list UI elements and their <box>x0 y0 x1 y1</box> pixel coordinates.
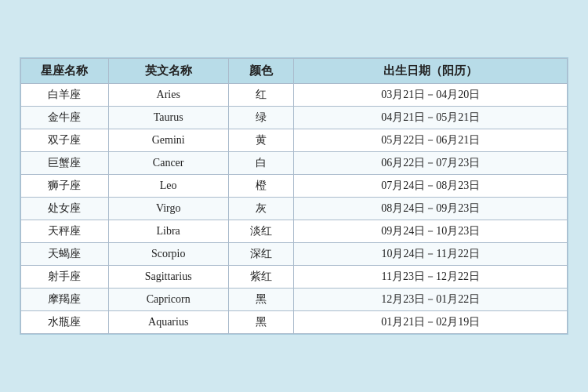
cell-en-name: Aries <box>108 84 228 107</box>
cell-date: 06月22日－07月23日 <box>294 152 568 175</box>
cell-cn-name: 天秤座 <box>21 220 109 243</box>
cell-date: 11月23日－12月22日 <box>294 266 568 289</box>
header-cn-name: 星座名称 <box>21 59 109 84</box>
cell-cn-name: 天蝎座 <box>21 243 109 266</box>
cell-date: 01月21日－02月19日 <box>294 311 568 334</box>
cell-date: 04月21日－05月21日 <box>294 107 568 129</box>
table-row: 巨蟹座Cancer白06月22日－07月23日 <box>21 152 568 175</box>
table-row: 水瓶座Aquarius黑01月21日－02月19日 <box>21 311 568 334</box>
cell-en-name: Leo <box>108 175 228 198</box>
table-row: 处女座Virgo灰08月24日－09月23日 <box>21 198 568 220</box>
zodiac-table-container: 星座名称 英文名称 颜色 出生日期（阳历） 白羊座Aries红03月21日－04… <box>20 57 568 335</box>
cell-cn-name: 狮子座 <box>21 175 109 198</box>
table-row: 天秤座Libra淡红09月24日－10月23日 <box>21 220 568 243</box>
cell-date: 08月24日－09月23日 <box>294 198 568 220</box>
cell-cn-name: 摩羯座 <box>21 289 109 311</box>
cell-cn-name: 双子座 <box>21 129 109 152</box>
table-row: 射手座Sagittarius紫红11月23日－12月22日 <box>21 266 568 289</box>
cell-cn-name: 巨蟹座 <box>21 152 109 175</box>
cell-en-name: Libra <box>108 220 228 243</box>
cell-color: 紫红 <box>228 266 294 289</box>
table-row: 狮子座Leo橙07月24日－08月23日 <box>21 175 568 198</box>
cell-date: 09月24日－10月23日 <box>294 220 568 243</box>
table-row: 金牛座Taurus绿04月21日－05月21日 <box>21 107 568 129</box>
cell-cn-name: 处女座 <box>21 198 109 220</box>
table-body: 白羊座Aries红03月21日－04月20日金牛座Taurus绿04月21日－0… <box>21 84 568 334</box>
cell-date: 10月24日－11月22日 <box>294 243 568 266</box>
cell-cn-name: 白羊座 <box>21 84 109 107</box>
cell-en-name: Sagittarius <box>108 266 228 289</box>
table-row: 天蝎座Scorpio深红10月24日－11月22日 <box>21 243 568 266</box>
cell-en-name: Cancer <box>108 152 228 175</box>
cell-color: 黑 <box>228 289 294 311</box>
cell-cn-name: 水瓶座 <box>21 311 109 334</box>
cell-color: 绿 <box>228 107 294 129</box>
cell-color: 橙 <box>228 175 294 198</box>
cell-cn-name: 金牛座 <box>21 107 109 129</box>
cell-en-name: Virgo <box>108 198 228 220</box>
cell-date: 05月22日－06月21日 <box>294 129 568 152</box>
header-color: 颜色 <box>228 59 294 84</box>
cell-en-name: Aquarius <box>108 311 228 334</box>
cell-color: 黑 <box>228 311 294 334</box>
cell-color: 白 <box>228 152 294 175</box>
cell-date: 07月24日－08月23日 <box>294 175 568 198</box>
cell-en-name: Capricorn <box>108 289 228 311</box>
cell-color: 黄 <box>228 129 294 152</box>
cell-color: 灰 <box>228 198 294 220</box>
cell-en-name: Gemini <box>108 129 228 152</box>
cell-en-name: Scorpio <box>108 243 228 266</box>
header-en-name: 英文名称 <box>108 59 228 84</box>
table-row: 白羊座Aries红03月21日－04月20日 <box>21 84 568 107</box>
cell-date: 12月23日－01月22日 <box>294 289 568 311</box>
table-header-row: 星座名称 英文名称 颜色 出生日期（阳历） <box>21 59 568 84</box>
cell-color: 红 <box>228 84 294 107</box>
zodiac-table: 星座名称 英文名称 颜色 出生日期（阳历） 白羊座Aries红03月21日－04… <box>20 58 568 334</box>
cell-en-name: Taurus <box>108 107 228 129</box>
table-row: 摩羯座Capricorn黑12月23日－01月22日 <box>21 289 568 311</box>
cell-color: 深红 <box>228 243 294 266</box>
cell-date: 03月21日－04月20日 <box>294 84 568 107</box>
header-date: 出生日期（阳历） <box>294 59 568 84</box>
cell-color: 淡红 <box>228 220 294 243</box>
cell-cn-name: 射手座 <box>21 266 109 289</box>
table-row: 双子座Gemini黄05月22日－06月21日 <box>21 129 568 152</box>
